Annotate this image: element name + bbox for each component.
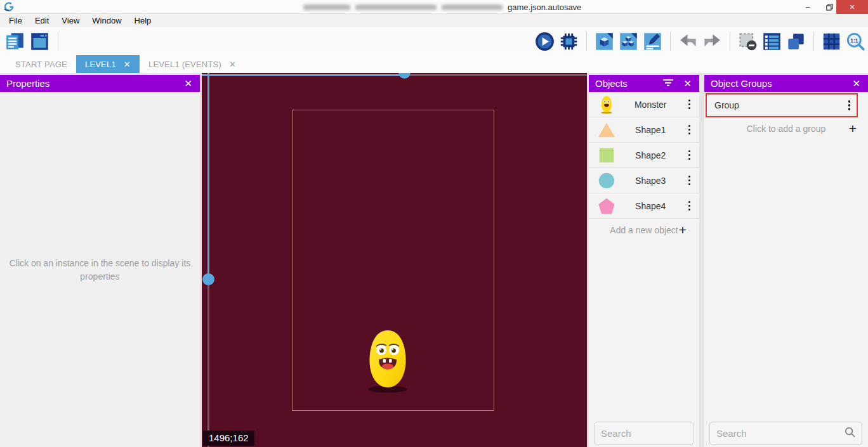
window-title: game.json.autosave [303, 0, 581, 14]
object-row-monster[interactable]: Monster [589, 92, 699, 117]
object-label: Shape1 [617, 125, 685, 135]
menu-bar: File Edit View Window Help [0, 14, 868, 27]
objects-panel-header: Objects ✕ [589, 75, 699, 92]
object-row-shape2[interactable]: Shape2 [589, 143, 699, 168]
objects-panel-title: Objects [595, 78, 663, 89]
gdevelop-window: game.json.autosave – ✕ File Edit View Wi… [0, 0, 868, 447]
properties-panel-title: Properties [6, 78, 183, 89]
app-logo-icon [3, 1, 15, 15]
object-label: Monster [617, 100, 685, 110]
add-multiple-objects-icon[interactable] [619, 32, 638, 51]
group-label: Group [714, 100, 845, 110]
tab-level1[interactable]: LEVEL1 ✕ [76, 55, 140, 73]
group-row-selected[interactable]: Group [706, 93, 858, 117]
menu-edit[interactable]: Edit [29, 15, 55, 27]
tab-level1-events-close-icon[interactable]: ✕ [229, 60, 236, 69]
canvas-vscroll-track[interactable] [207, 73, 209, 279]
object-row-shape4[interactable]: Shape4 [589, 193, 699, 219]
menu-window[interactable]: Window [86, 15, 128, 27]
zoom-1-1-icon[interactable]: 1:1 [846, 32, 865, 51]
scene-canvas[interactable]: 1496;162 [202, 73, 587, 447]
add-object-plus-icon[interactable]: + [679, 223, 687, 238]
preview-play-icon[interactable] [535, 32, 555, 51]
object-row-shape1[interactable]: Shape1 [589, 117, 699, 143]
tab-start-page-label: START PAGE [15, 60, 67, 69]
redo-icon[interactable] [702, 32, 722, 51]
tab-start-page[interactable]: START PAGE [6, 55, 76, 73]
object-groups-panel-header: Object Groups ✕ [704, 75, 868, 92]
canvas-hscroll-track[interactable] [202, 74, 406, 76]
minimize-button[interactable]: – [797, 0, 819, 14]
window-title-text: game.json.autosave [508, 3, 581, 12]
object-row-shape3[interactable]: Shape3 [589, 168, 699, 193]
canvas-hscroll-track-right[interactable] [406, 74, 587, 76]
groups-search-input[interactable] [716, 428, 845, 439]
canvas-hscroll-handle[interactable] [398, 73, 411, 79]
groups-search-box[interactable] [709, 422, 862, 445]
tab-level1-close-icon[interactable]: ✕ [124, 60, 131, 69]
object-groups-close-icon[interactable]: ✕ [851, 78, 862, 89]
object-label: Shape2 [617, 150, 685, 160]
square-thumb-icon [596, 145, 617, 165]
editor-tab-bar: START PAGE LEVEL1 ✕ LEVEL1 (EVENTS) ✕ [0, 55, 868, 73]
add-object-label: Add a new object [610, 225, 678, 235]
tab-level1-events[interactable]: LEVEL1 (EVENTS) ✕ [140, 55, 245, 73]
add-group-label: Click to add a group [747, 124, 826, 134]
objects-search-box[interactable] [594, 422, 694, 445]
properties-close-icon[interactable]: ✕ [183, 78, 194, 89]
svg-text:1:1: 1:1 [850, 37, 858, 43]
object-groups-panel-title: Object Groups [711, 78, 851, 89]
objects-panel: Objects ✕ Monster Sh [589, 75, 699, 447]
debugger-icon[interactable] [559, 32, 579, 51]
edit-object-icon[interactable] [643, 32, 662, 51]
pentagon-thumb-icon [596, 196, 617, 216]
properties-panel-header: Properties ✕ [0, 75, 200, 92]
canvas-vscroll-track-bottom[interactable] [207, 279, 209, 447]
objects-close-icon[interactable]: ✕ [682, 78, 693, 89]
object-menu-icon[interactable] [685, 122, 695, 138]
tab-level1-label: LEVEL1 [85, 60, 116, 69]
properties-empty-message: Click on an instance in the scene to dis… [8, 257, 192, 283]
canvas-vscroll-handle[interactable] [202, 273, 214, 285]
properties-panel: Properties ✕ Click on an instance in the… [0, 75, 200, 447]
monster-instance[interactable] [362, 327, 413, 395]
add-group-plus-icon[interactable]: + [849, 121, 857, 136]
redacted-title-segment [442, 4, 503, 10]
add-object-row[interactable]: Add a new object + [589, 219, 699, 242]
project-manager-icon[interactable] [5, 32, 25, 51]
objects-list-editor-icon[interactable] [762, 32, 782, 51]
redacted-title-segment [303, 4, 350, 10]
title-bar: game.json.autosave – ✕ [0, 0, 868, 14]
tab-level1-events-label: LEVEL1 (EVENTS) [148, 60, 221, 69]
menu-help[interactable]: Help [128, 15, 158, 27]
search-icon [845, 427, 855, 440]
add-object-icon[interactable] [595, 32, 614, 51]
cursor-coordinates: 1496;162 [203, 431, 254, 446]
layers-editor-icon[interactable] [786, 32, 806, 51]
object-menu-icon[interactable] [685, 198, 695, 214]
menu-view[interactable]: View [55, 15, 86, 27]
redacted-title-segment [355, 4, 437, 10]
add-group-row[interactable]: Click to add a group + [704, 117, 868, 140]
object-menu-icon[interactable] [685, 97, 695, 112]
menu-file[interactable]: File [3, 15, 29, 27]
group-menu-icon[interactable] [845, 98, 855, 113]
close-button[interactable]: ✕ [836, 0, 868, 14]
toolbar: 1:1 [0, 27, 868, 55]
undo-icon[interactable] [678, 32, 698, 51]
grid-icon[interactable] [822, 32, 841, 51]
circle-thumb-icon [596, 171, 617, 191]
start-page-editor-icon[interactable] [30, 32, 49, 51]
object-menu-icon[interactable] [685, 173, 695, 188]
filter-icon[interactable] [663, 78, 673, 89]
object-menu-icon[interactable] [685, 148, 695, 163]
deselect-all-icon[interactable] [738, 32, 758, 51]
object-label: Shape4 [617, 201, 685, 211]
triangle-thumb-icon [596, 120, 617, 140]
monster-thumb-icon [596, 94, 617, 115]
object-label: Shape3 [617, 176, 685, 186]
object-groups-panel: Object Groups ✕ Group Click to add a gro… [704, 75, 868, 447]
